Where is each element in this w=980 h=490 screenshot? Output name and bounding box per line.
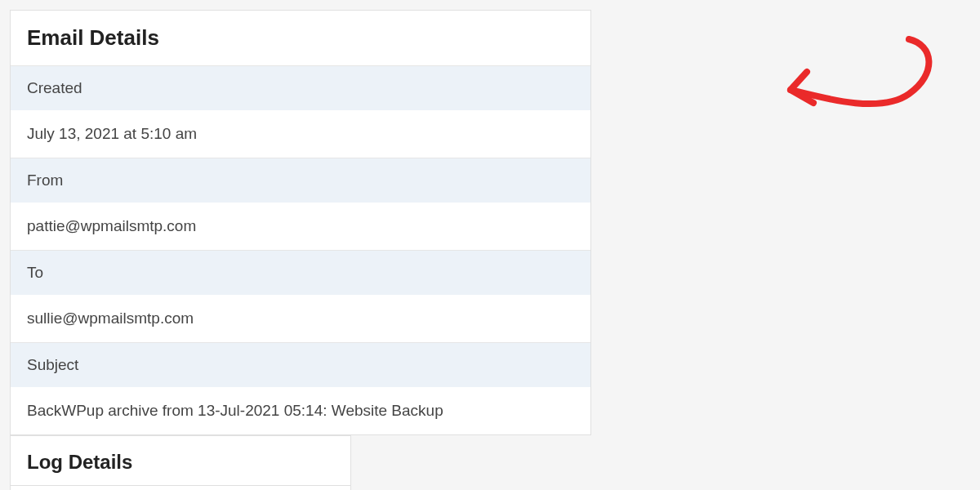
to-label: To <box>11 250 590 295</box>
log-details-card: Log Details Status: Delivered Mailer: Se… <box>10 435 351 490</box>
subject-value: BackWPup archive from 13-Jul-2021 05:14:… <box>11 387 590 434</box>
subject-label: Subject <box>11 342 590 387</box>
log-details-title: Log Details <box>11 436 350 486</box>
from-label: From <box>11 158 590 203</box>
to-value: sullie@wpmailsmtp.com <box>11 295 590 342</box>
from-value: pattie@wpmailsmtp.com <box>11 203 590 250</box>
email-details-card: Email Details Created July 13, 2021 at 5… <box>10 10 591 435</box>
email-details-title: Email Details <box>11 11 590 65</box>
arrow-annotation-icon <box>766 33 946 139</box>
created-label: Created <box>11 65 590 110</box>
created-value: July 13, 2021 at 5:10 am <box>11 110 590 158</box>
